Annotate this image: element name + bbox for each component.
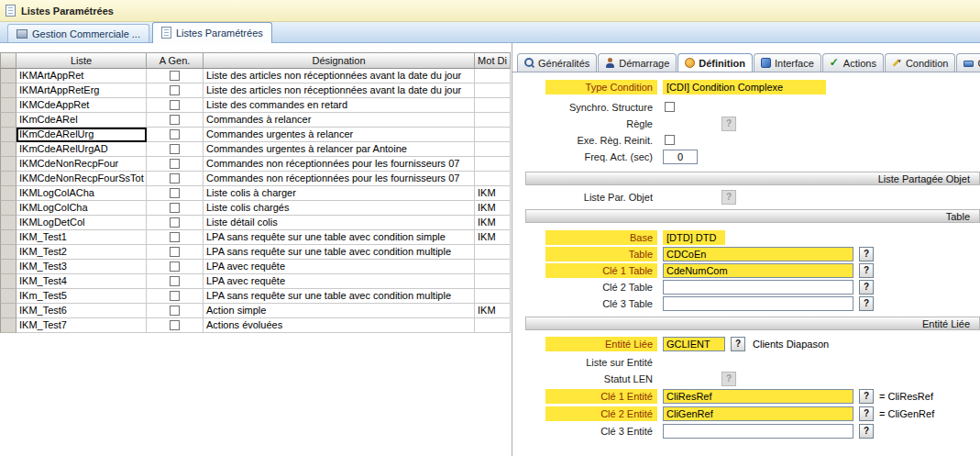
a-gen-checkbox[interactable] [170,85,180,95]
cell-designation[interactable]: LPA sans requête sur une table avec cond… [204,245,475,260]
entite-liee-input[interactable] [663,337,725,351]
cell-designation[interactable]: Action simple [204,304,475,318]
cell-mot-directeur[interactable]: IKM [475,216,511,230]
cell-liste[interactable]: IKmCdeARelUrg [17,128,147,142]
cell-designation[interactable]: Liste colis à charger [204,186,475,201]
cell-designation[interactable]: Commandes à relancer [204,113,475,128]
a-gen-checkbox[interactable] [170,129,180,139]
cell-designation[interactable]: Commandes urgentes à relancer par Antoin… [204,142,475,157]
table-row[interactable]: IKMLogColACha Liste colis à charger IKM [0,186,511,201]
row-selector[interactable] [0,83,17,98]
a-gen-checkbox[interactable] [170,232,180,242]
row-selector[interactable] [0,157,17,172]
cell-mot-directeur[interactable] [475,289,511,304]
row-selector[interactable] [0,113,17,128]
column-header-a-gen[interactable]: A Gen. [147,52,204,69]
cell-designation[interactable]: Liste colis chargés [204,201,475,216]
cell-mot-directeur[interactable]: IKM [475,304,511,318]
cell-liste[interactable]: IKMCdeNonRecpFour [17,157,147,172]
row-selector[interactable] [0,230,17,245]
cell-a-gen[interactable] [147,274,204,289]
cell-liste[interactable]: IKM_Test2 [17,245,147,260]
row-selector[interactable] [0,216,17,230]
cell-mot-directeur[interactable]: IKM [475,186,511,201]
tab-generalites[interactable]: Généralités [517,53,597,72]
cell-a-gen[interactable] [147,304,204,318]
table-row[interactable]: IKM_Test4 LPA avec requête [0,274,511,289]
cle-1-entite-input[interactable] [663,389,853,404]
cell-mot-directeur[interactable] [475,260,511,274]
row-selector[interactable] [0,186,17,201]
cell-liste[interactable]: IKm_Test5 [17,289,147,304]
cell-liste[interactable]: IKMArtAppRet [17,69,147,83]
table-row[interactable]: IKmCdeARelUrg Commandes urgentes à relan… [0,128,511,142]
table-row[interactable]: IKM_Test3 LPA avec requête [0,260,511,274]
cell-liste[interactable]: IKM_Test1 [17,230,147,245]
cle-2-entite-help-button[interactable]: ? [859,406,874,421]
row-selector[interactable] [0,69,17,83]
cle-1-table-help-button[interactable]: ? [859,263,874,278]
cell-designation[interactable]: LPA sans requête sur une table avec cond… [204,289,475,304]
cell-liste[interactable]: IKMLogDetCol [17,216,147,230]
cell-a-gen[interactable] [147,83,204,98]
row-selector[interactable] [0,318,17,333]
table-row[interactable]: IKMLogDetCol Liste détail colis IKM [0,216,511,230]
cell-mot-directeur[interactable] [475,142,511,157]
table-row[interactable]: IKMCdeNonRecpFourSsTot Commandes non réc… [0,172,511,186]
cell-designation[interactable]: Liste des commandes en retard [204,98,475,113]
freq-act-input[interactable] [663,150,698,164]
table-row[interactable]: IKMCdeNonRecpFour Commandes non réceptio… [0,157,511,172]
table-row[interactable]: IKM_Test6 Action simple IKM [0,304,511,318]
cle-1-table-input[interactable] [663,263,853,278]
cell-liste[interactable]: IKMLogColACha [17,186,147,201]
cell-liste[interactable]: IKMCdeNonRecpFourSsTot [17,172,147,186]
a-gen-checkbox[interactable] [170,261,180,272]
a-gen-checkbox[interactable] [170,217,180,228]
cell-liste[interactable]: IKM_Test7 [17,318,147,333]
cell-a-gen[interactable] [147,318,204,333]
cell-mot-directeur[interactable] [475,172,511,186]
cell-mot-directeur[interactable] [475,83,511,98]
cell-liste[interactable]: IKMLogColCha [17,201,147,216]
table-row[interactable]: IKMCdeAppRet Liste des commandes en reta… [0,98,511,113]
a-gen-checkbox[interactable] [170,71,180,81]
row-selector[interactable] [0,304,17,318]
cell-mot-directeur[interactable] [475,274,511,289]
cell-a-gen[interactable] [147,216,204,230]
cell-a-gen[interactable] [147,113,204,128]
synchro-structure-checkbox[interactable] [665,102,675,112]
cle-3-entite-help-button[interactable]: ? [859,424,874,439]
tab-gestion-commerciale[interactable]: Gestion Commerciale ... [7,24,149,42]
table-row[interactable]: IKMArtAppRetErg Liste des articles non r… [0,83,511,98]
tab-definition[interactable]: Définition [677,53,753,72]
a-gen-checkbox[interactable] [170,173,180,184]
cell-mot-directeur[interactable] [475,245,511,260]
cell-designation[interactable]: Actions évoluées [204,318,475,333]
table-row[interactable]: IKm_Test5 LPA sans requête sur une table… [0,289,511,304]
cell-mot-directeur[interactable] [475,128,511,142]
row-selector[interactable] [0,142,17,157]
cell-a-gen[interactable] [147,186,204,201]
table-input[interactable] [663,247,853,261]
column-header-mot-directeur[interactable]: Mot Di [475,52,511,69]
row-selector[interactable] [0,245,17,260]
cell-designation[interactable]: Liste des articles non réceptionnées ava… [204,83,475,98]
cell-mot-directeur[interactable] [475,98,511,113]
cell-designation[interactable]: LPA sans requête sur une table avec cond… [204,230,475,245]
row-selector[interactable] [0,260,17,274]
a-gen-checkbox[interactable] [170,144,180,154]
table-help-button[interactable]: ? [859,247,874,261]
a-gen-checkbox[interactable] [170,115,180,125]
table-row[interactable]: IKmCdeARel Commandes à relancer [0,113,511,128]
a-gen-checkbox[interactable] [170,188,180,198]
cell-mot-directeur[interactable]: IKM [475,230,511,245]
cell-a-gen[interactable] [147,69,204,83]
cell-mot-directeur[interactable]: IKM [475,201,511,216]
column-header-designation[interactable]: Désignation [204,52,475,69]
cell-a-gen[interactable] [147,157,204,172]
cell-mot-directeur[interactable] [475,157,511,172]
cle-2-table-input[interactable] [663,280,853,295]
cell-liste[interactable]: IKmCdeARel [17,113,147,128]
cell-liste[interactable]: IKM_Test4 [17,274,147,289]
cell-a-gen[interactable] [147,98,204,113]
